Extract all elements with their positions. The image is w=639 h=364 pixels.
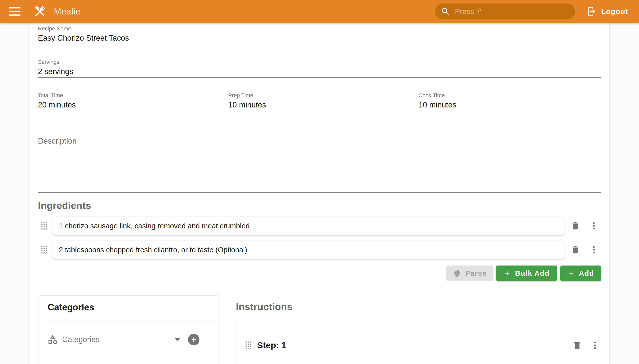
plus-icon xyxy=(567,270,575,277)
menu-icon[interactable] xyxy=(9,7,21,16)
bulk-add-label: Bulk Add xyxy=(515,269,549,278)
cook-time-label: Cook Time xyxy=(418,92,601,99)
search-bar[interactable] xyxy=(435,4,575,20)
total-time-label: Total Time xyxy=(38,92,221,99)
prep-time-value[interactable]: 10 minutes xyxy=(228,100,411,110)
prep-time-label: Prep Time xyxy=(228,92,411,99)
instruction-step-card: Step: 1 Combine crumbled chorizo and chi… xyxy=(236,322,609,364)
instructions-heading: Instructions xyxy=(236,302,609,312)
recipe-name-value[interactable]: Easy Chorizo Street Tacos xyxy=(38,33,601,44)
drag-handle-icon[interactable] xyxy=(41,246,47,254)
total-time-value[interactable]: 20 minutes xyxy=(38,100,221,110)
chevron-down-icon[interactable] xyxy=(174,338,180,341)
select-underline xyxy=(43,352,193,352)
trash-icon xyxy=(572,340,582,350)
delete-ingredient-button[interactable] xyxy=(568,242,583,257)
logout-label: Logout xyxy=(601,7,628,16)
kebab-menu-icon xyxy=(589,245,598,254)
categories-title: Categories xyxy=(38,302,219,313)
servings-value[interactable]: 2 servings xyxy=(38,66,601,77)
servings-field[interactable]: Servings 2 servings xyxy=(38,58,601,78)
add-label: Add xyxy=(579,269,594,278)
ingredient-actions: Parse Bulk Add Add xyxy=(38,266,601,281)
delete-step-button[interactable] xyxy=(570,338,584,352)
description-field[interactable]: Description xyxy=(38,134,601,193)
bulk-add-button[interactable]: Bulk Add xyxy=(496,266,557,281)
ingredients-heading: Ingredients xyxy=(38,200,601,211)
categories-card: Categories Categories xyxy=(38,296,220,364)
apple-icon xyxy=(453,269,461,278)
ingredient-text: 1 chorizo sausage link, casing removed a… xyxy=(59,222,250,230)
ingredient-input[interactable]: 2 tablespoons chopped fresh cilantro, or… xyxy=(52,240,565,259)
drag-handle-icon[interactable] xyxy=(245,341,252,350)
add-button[interactable]: Add xyxy=(560,266,601,281)
app-header: Mealie Logout xyxy=(0,0,639,23)
step-menu-button[interactable] xyxy=(588,338,602,352)
total-time-field[interactable]: Total Time 20 minutes xyxy=(38,92,221,111)
plus-icon xyxy=(503,270,511,277)
recipe-name-label: Recipe Name xyxy=(38,25,601,32)
plus-icon xyxy=(190,336,197,343)
ingredient-input[interactable]: 1 chorizo sausage link, casing removed a… xyxy=(52,217,565,235)
drag-handle-icon[interactable] xyxy=(41,222,47,230)
mealie-logo-icon xyxy=(32,4,47,19)
bottom-section: Categories Categories xyxy=(38,292,601,364)
ingredient-row: 1 chorizo sausage link, casing removed a… xyxy=(38,217,601,235)
trash-icon xyxy=(571,245,580,254)
ingredient-row: 2 tablespoons chopped fresh cilantro, or… xyxy=(38,240,601,259)
search-icon xyxy=(441,7,450,16)
delete-ingredient-button[interactable] xyxy=(568,219,583,233)
step-title: Step: 1 xyxy=(257,340,286,350)
parse-label: Parse xyxy=(465,269,487,278)
description-label: Description xyxy=(38,134,601,146)
recipe-editor: Recipe Name Easy Chorizo Street Tacos Se… xyxy=(30,23,609,364)
cook-time-value[interactable]: 10 minutes xyxy=(418,100,601,110)
add-category-button[interactable] xyxy=(188,334,199,345)
categories-select-label: Categories xyxy=(62,335,100,344)
app-title: Mealie xyxy=(54,6,80,16)
ingredient-menu-button[interactable] xyxy=(587,219,601,233)
kebab-menu-icon xyxy=(589,221,598,230)
divider xyxy=(43,319,216,319)
kebab-menu-icon xyxy=(590,340,600,350)
parse-button[interactable]: Parse xyxy=(446,266,494,281)
trash-icon xyxy=(571,221,580,230)
search-input[interactable] xyxy=(455,7,569,16)
categories-select[interactable]: Categories xyxy=(47,334,219,345)
logout-button[interactable]: Logout xyxy=(587,6,628,16)
ingredient-menu-button[interactable] xyxy=(587,242,601,257)
category-shapes-icon xyxy=(47,334,58,345)
servings-label: Servings xyxy=(38,58,601,66)
logout-icon xyxy=(587,6,596,16)
cook-time-field[interactable]: Cook Time 10 minutes xyxy=(418,92,601,111)
ingredient-text: 2 tablespoons chopped fresh cilantro, or… xyxy=(59,246,247,254)
prep-time-field[interactable]: Prep Time 10 minutes xyxy=(228,92,411,111)
recipe-name-field[interactable]: Recipe Name Easy Chorizo Street Tacos xyxy=(38,25,601,44)
times-row: Total Time 20 minutes Prep Time 10 minut… xyxy=(38,92,601,111)
